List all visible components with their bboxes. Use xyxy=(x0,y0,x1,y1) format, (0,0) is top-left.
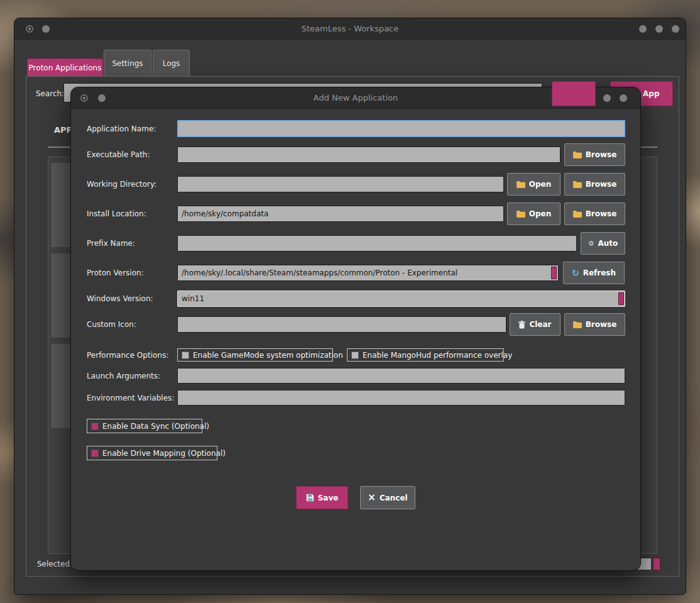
custom-icon-input[interactable] xyxy=(177,316,506,333)
refresh-icon: ↻ xyxy=(572,269,579,277)
checkbox-icon xyxy=(182,351,189,359)
mangohud-checkbox-label: Enable MangoHud performance overlay xyxy=(363,351,512,360)
close-icon: × xyxy=(368,494,376,502)
gamemode-checkbox-label: Enable GameMode system optimization xyxy=(193,351,343,360)
window-close-icon[interactable] xyxy=(620,94,627,102)
add-application-dialog: Add New Application Application Name: Ex… xyxy=(70,87,641,571)
browse-label: Browse xyxy=(586,209,617,218)
launch-arguments-label: Launch Arguments: xyxy=(87,371,160,381)
auto-label: Auto xyxy=(598,239,618,248)
install-location-browse-button[interactable]: Browse xyxy=(564,202,625,225)
save-icon xyxy=(306,494,314,502)
cancel-label: Cancel xyxy=(380,494,408,502)
scrollbar-accent-button[interactable] xyxy=(653,558,660,570)
install-location-open-button[interactable]: Open xyxy=(507,202,561,225)
folder-icon xyxy=(517,181,525,188)
save-button[interactable]: Save xyxy=(296,486,348,509)
prefix-name-input[interactable] xyxy=(177,235,577,252)
application-name-label: Application Name: xyxy=(87,124,156,134)
executable-browse-button[interactable]: Browse xyxy=(564,143,625,166)
working-directory-label: Working Directory: xyxy=(87,179,156,189)
combo-dropdown-icon[interactable] xyxy=(551,267,557,279)
folder-icon xyxy=(573,321,582,328)
prefix-auto-button[interactable]: ⚙ Auto xyxy=(581,232,625,255)
windows-version-combobox[interactable]: win11 xyxy=(177,290,625,307)
save-label: Save xyxy=(318,494,339,502)
data-sync-checkbox-label: Enable Data Sync (Optional) xyxy=(102,422,209,431)
tab-settings[interactable]: Settings xyxy=(104,50,151,76)
working-directory-browse-button[interactable]: Browse xyxy=(564,173,625,196)
performance-options-label: Performance Options: xyxy=(87,350,168,360)
proton-version-value: /home/sky/.local/share/Steam/steamapps/c… xyxy=(182,268,457,277)
open-label: Open xyxy=(529,209,551,218)
install-location-input[interactable] xyxy=(177,206,504,222)
gamemode-checkbox[interactable]: Enable GameMode system optimization xyxy=(177,348,333,362)
main-titlebar[interactable]: SteamLess - Workspace xyxy=(14,18,686,40)
working-directory-open-button[interactable]: Open xyxy=(507,173,561,196)
application-name-input[interactable] xyxy=(177,120,625,137)
custom-icon-browse-button[interactable]: Browse xyxy=(564,313,625,336)
mangohud-checkbox[interactable]: Enable MangoHud performance overlay xyxy=(347,348,504,362)
executable-path-label: Executable Path: xyxy=(87,150,150,160)
checkbox-checked-icon xyxy=(91,423,99,430)
window-close-icon[interactable] xyxy=(672,25,679,33)
window-minimize-icon[interactable] xyxy=(639,25,647,33)
drive-mapping-checkbox[interactable]: Enable Drive Mapping (Optional) xyxy=(87,446,217,460)
proton-version-combobox[interactable]: /home/sky/.local/share/Steam/steamapps/c… xyxy=(177,265,559,281)
folder-icon xyxy=(573,152,582,158)
prefix-name-label: Prefix Name: xyxy=(87,238,135,248)
custom-icon-label: Custom Icon: xyxy=(87,319,136,329)
tab-logs[interactable]: Logs xyxy=(153,50,190,76)
folder-icon xyxy=(573,211,582,218)
browse-label: Browse xyxy=(586,180,617,189)
custom-icon-clear-button[interactable]: Clear xyxy=(510,313,561,336)
proton-refresh-button[interactable]: ↻ Refresh xyxy=(563,262,625,284)
install-location-label: Install Location: xyxy=(87,209,146,219)
working-directory-input[interactable] xyxy=(177,176,504,192)
launch-arguments-input[interactable] xyxy=(177,368,625,384)
proton-version-label: Proton Version: xyxy=(87,268,144,278)
environment-variables-input[interactable] xyxy=(177,390,625,406)
window-title: SteamLess - Workspace xyxy=(14,24,686,33)
executable-path-input[interactable] xyxy=(177,147,561,163)
folder-icon xyxy=(573,181,582,188)
window-maximize-icon[interactable] xyxy=(655,25,663,33)
trash-icon xyxy=(518,321,525,329)
window-maximize-icon[interactable] xyxy=(603,94,611,102)
browse-label: Browse xyxy=(586,150,617,159)
app-list-header: APP xyxy=(54,125,72,135)
clear-label: Clear xyxy=(529,320,551,329)
toolbar-pink-button[interactable] xyxy=(552,81,596,106)
tab-proton-applications[interactable]: Proton Applications xyxy=(27,58,103,77)
refresh-label: Refresh xyxy=(583,268,616,277)
checkbox-checked-icon xyxy=(91,450,99,457)
cancel-button[interactable]: × Cancel xyxy=(360,486,415,509)
windows-version-value: win11 xyxy=(182,294,204,303)
gear-icon: ⚙ xyxy=(588,240,594,248)
browse-label: Browse xyxy=(586,320,617,329)
folder-icon xyxy=(517,211,525,218)
search-label: Search: xyxy=(36,89,64,99)
environment-variables-label: Environment Variables: xyxy=(87,393,174,403)
drive-mapping-checkbox-label: Enable Drive Mapping (Optional) xyxy=(102,449,226,458)
combo-dropdown-icon[interactable] xyxy=(618,292,624,305)
checkbox-icon xyxy=(351,351,359,359)
open-label: Open xyxy=(529,180,551,189)
windows-version-label: Windows Version: xyxy=(87,294,153,304)
data-sync-checkbox[interactable]: Enable Data Sync (Optional) xyxy=(87,419,202,433)
